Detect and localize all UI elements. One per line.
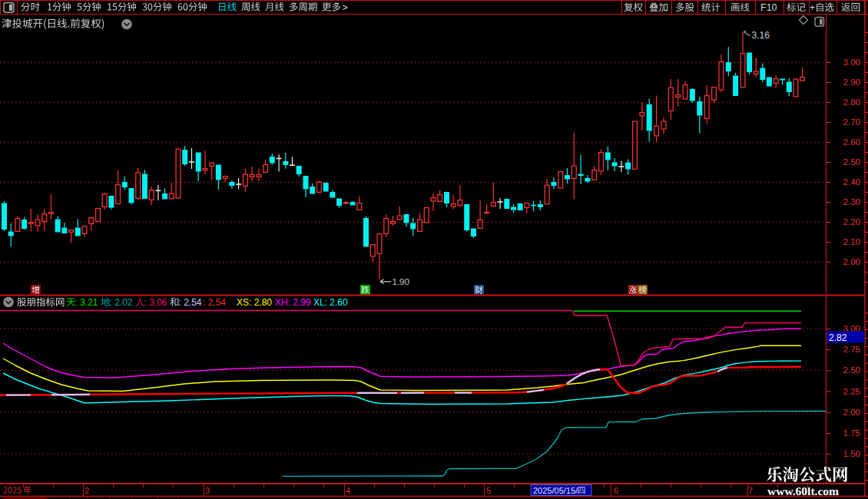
svg-text:5: 5 xyxy=(486,486,491,495)
svg-text:: 2.54: : 2.54 xyxy=(179,297,202,308)
svg-text:2.00: 2.00 xyxy=(843,408,860,417)
svg-text:2025/05/15/: 2025/05/15/ xyxy=(533,486,578,495)
svg-text:www.60lt.com: www.60lt.com xyxy=(767,484,839,497)
svg-text:2.20: 2.20 xyxy=(843,217,860,226)
svg-text:2.25: 2.25 xyxy=(843,387,860,396)
svg-text:2.82: 2.82 xyxy=(829,332,847,343)
svg-text:2.10: 2.10 xyxy=(843,237,860,246)
svg-text:3: 3 xyxy=(205,486,210,495)
svg-text:XL: 2.60: XL: 2.60 xyxy=(313,297,348,308)
svg-text:2.00: 2.00 xyxy=(843,257,860,266)
svg-text:2.70: 2.70 xyxy=(843,117,860,127)
svg-text:4: 4 xyxy=(346,486,350,495)
svg-text:: 2.54: : 2.54 xyxy=(203,297,226,308)
svg-text:2.50: 2.50 xyxy=(843,157,860,167)
svg-text:: 2.02: : 2.02 xyxy=(110,297,133,308)
svg-text:>: > xyxy=(343,2,348,13)
svg-text:XH: 2.99: XH: 2.99 xyxy=(275,297,311,308)
svg-text:2.90: 2.90 xyxy=(843,78,860,87)
svg-text:7: 7 xyxy=(748,486,753,495)
svg-text:+: + xyxy=(810,2,815,13)
svg-text:F10: F10 xyxy=(760,2,777,13)
svg-text:1.90: 1.90 xyxy=(393,277,409,286)
svg-text:2.75: 2.75 xyxy=(843,345,860,354)
svg-text:: 3.21: : 3.21 xyxy=(75,297,98,308)
svg-text:2.80: 2.80 xyxy=(843,97,860,107)
svg-text:1.75: 1.75 xyxy=(843,428,860,438)
svg-text:2.30: 2.30 xyxy=(843,197,860,207)
svg-text:XS: 2.80: XS: 2.80 xyxy=(237,297,272,308)
svg-text:2.50: 2.50 xyxy=(843,365,860,375)
svg-text:2: 2 xyxy=(84,486,89,495)
svg-text:6: 6 xyxy=(614,486,618,495)
svg-text:3.16: 3.16 xyxy=(752,30,770,41)
svg-text:: 3.06: : 3.06 xyxy=(144,297,167,308)
svg-text:2.60: 2.60 xyxy=(843,137,860,147)
svg-text:1.50: 1.50 xyxy=(843,449,860,458)
svg-text:2.40: 2.40 xyxy=(843,177,860,187)
svg-text:3.00: 3.00 xyxy=(843,58,860,67)
